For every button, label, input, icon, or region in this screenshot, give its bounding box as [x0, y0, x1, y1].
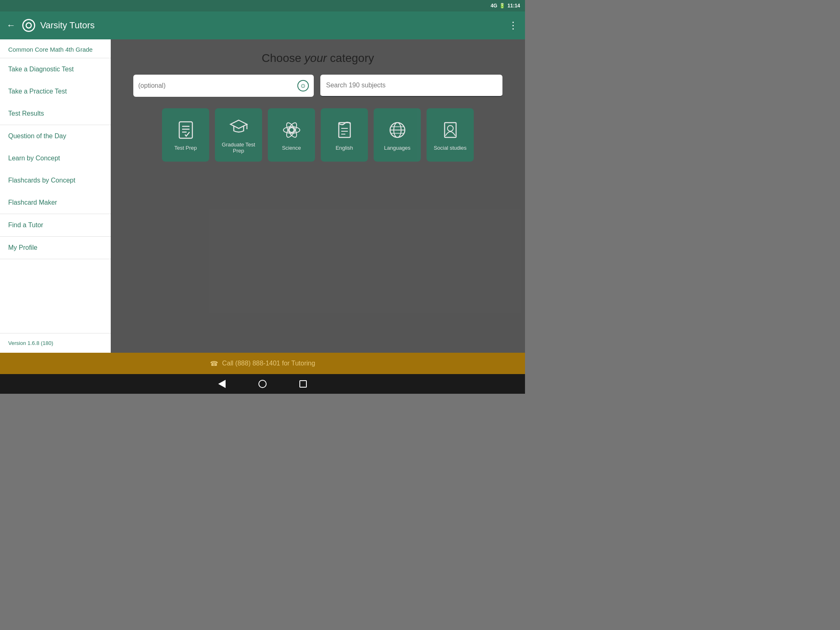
social-studies-label: Social studies [431, 145, 469, 151]
status-bar: 4G 🔋 11:14 [0, 0, 525, 11]
english-icon [334, 119, 355, 141]
app-logo [21, 18, 36, 33]
category-grid: Test Prep Graduate Test Prep [162, 108, 474, 162]
phone-icon: ☎ [210, 360, 218, 368]
svg-rect-21 [445, 123, 456, 137]
more-options-button[interactable]: ⋮ [508, 20, 518, 31]
sidebar-section-profile: My Profile [0, 237, 111, 259]
science-icon [281, 119, 302, 141]
sidebar-section-misc: Find a Tutor [0, 214, 111, 237]
science-label: Science [279, 145, 303, 151]
call-label: Call (888) 888-1401 for Tutoring [222, 360, 315, 367]
category-graduate-test-prep[interactable]: Graduate Test Prep [215, 108, 262, 162]
svg-point-0 [23, 20, 35, 32]
main-content: Choose your category ⊙ [111, 39, 525, 353]
app-title: Varsity Tutors [40, 20, 508, 31]
main-layout: Common Core Math 4th Grade Take a Diagno… [0, 39, 525, 353]
svg-point-1 [26, 23, 32, 28]
sidebar-item-practice[interactable]: Take a Practice Test [0, 80, 111, 103]
social-studies-icon [440, 119, 461, 141]
sidebar-item-learn[interactable]: Learn by Concept [0, 147, 111, 169]
search-row: ⊙ [133, 75, 502, 97]
subject-input[interactable] [138, 82, 309, 89]
sidebar-item-diagnostic[interactable]: Take a Diagnostic Test [0, 58, 111, 80]
nav-home-icon [258, 380, 267, 388]
svg-point-8 [289, 128, 294, 132]
languages-icon [387, 119, 408, 141]
subject-search-right[interactable] [320, 75, 502, 97]
call-bar[interactable]: ☎ Call (888) 888-1401 for Tutoring [0, 353, 525, 374]
sidebar-item-results[interactable]: Test Results [0, 103, 111, 125]
sidebar-item-tutor[interactable]: Find a Tutor [0, 214, 111, 236]
search-subjects-input[interactable] [326, 82, 497, 89]
category-english[interactable]: English [321, 108, 368, 162]
battery-icon: 🔋 [499, 3, 505, 9]
version-label: Version 1.6.8 (180) [0, 333, 111, 353]
android-nav-bar [0, 374, 525, 394]
graduate-icon [228, 116, 249, 137]
compass-icon: ⊙ [297, 80, 309, 91]
app-bar: ← Varsity Tutors ⋮ [0, 11, 525, 39]
nav-back-button[interactable] [218, 380, 226, 388]
nav-back-icon [218, 380, 226, 388]
svg-point-22 [447, 126, 453, 131]
sidebar: Common Core Math 4th Grade Take a Diagno… [0, 39, 111, 353]
subject-search-left[interactable]: ⊙ [133, 75, 314, 97]
category-social-studies[interactable]: Social studies [427, 108, 474, 162]
page-title: Choose your category [262, 52, 374, 65]
sidebar-item-qotd[interactable]: Question of the Day [0, 125, 111, 147]
clock: 11:14 [507, 3, 520, 9]
nav-recents-button[interactable] [299, 380, 307, 388]
sidebar-item-maker[interactable]: Flashcard Maker [0, 192, 111, 214]
category-science[interactable]: Science [268, 108, 315, 162]
category-languages[interactable]: Languages [374, 108, 421, 162]
category-test-prep[interactable]: Test Prep [162, 108, 209, 162]
languages-label: Languages [381, 145, 413, 151]
svg-marker-6 [231, 120, 247, 128]
status-icons: 4G 🔋 11:14 [491, 3, 520, 9]
sidebar-spacer [0, 259, 111, 333]
nav-home-button[interactable] [258, 380, 267, 388]
signal-icon: 4G [491, 3, 497, 9]
sidebar-item-profile[interactable]: My Profile [0, 237, 111, 259]
english-label: English [333, 145, 356, 151]
sidebar-section-study: Question of the Day Learn by Concept Fla… [0, 125, 111, 214]
nav-recents-icon [299, 380, 307, 388]
back-button[interactable]: ← [7, 20, 16, 31]
sidebar-header: Common Core Math 4th Grade [0, 39, 111, 58]
sidebar-item-flashcards[interactable]: Flashcards by Concept [0, 169, 111, 192]
test-prep-label: Test Prep [172, 145, 199, 151]
graduate-test-prep-label: Graduate Test Prep [215, 142, 262, 154]
test-prep-icon [175, 119, 196, 141]
sidebar-section-tests: Take a Diagnostic Test Take a Practice T… [0, 58, 111, 125]
